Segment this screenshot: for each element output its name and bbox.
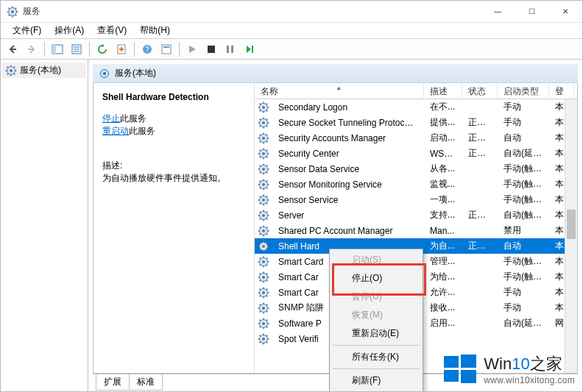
svg-rect-12 <box>10 49 16 50</box>
service-icon <box>258 210 269 221</box>
close-button[interactable]: ✕ <box>548 1 582 22</box>
cell-start: 自动 <box>498 132 549 144</box>
windows-logo-icon <box>442 352 478 387</box>
svg-text:?: ? <box>145 46 149 54</box>
properties-button[interactable] <box>68 41 85 57</box>
service-icon <box>258 271 269 283</box>
col-start[interactable]: 启动类型 <box>498 83 549 99</box>
maximize-button[interactable]: ☐ <box>515 1 548 22</box>
table-row[interactable]: Secure Socket Tunneling Protocol S...提供.… <box>255 115 577 130</box>
cell-start: 手动(触发... <box>498 271 549 283</box>
scroll-thumb[interactable] <box>567 210 576 239</box>
services-icon <box>99 68 110 79</box>
cell-name: Secure Socket Tunneling Protocol S... <box>272 118 424 128</box>
cell-name: Sensor Monitoring Service <box>272 179 424 190</box>
tab-standard[interactable]: 标准 <box>129 374 163 391</box>
menubar: 文件(F) 操作(A) 查看(V) 帮助(H) <box>1 23 582 39</box>
service-icon <box>258 256 269 268</box>
service-icon <box>258 318 269 329</box>
action-props-button[interactable] <box>158 41 175 57</box>
table-row[interactable]: Sensor Monitoring Service监视...手动(触发...本 <box>255 177 577 192</box>
toolbar-separator <box>179 42 180 57</box>
app-icon <box>7 6 18 18</box>
toolbar-separator <box>134 42 135 57</box>
service-info-panel: Shell Hardware Detection 停止此服务 重启动此服务 描述… <box>93 83 254 373</box>
col-desc[interactable]: 描述 <box>424 83 462 99</box>
description-text: 为自动播放硬件事件提供通知。 <box>102 172 245 185</box>
selected-service-name: Shell Hardware Detection <box>102 92 245 102</box>
cell-status: 正在... <box>462 147 498 160</box>
minimize-button[interactable]: — <box>481 1 515 22</box>
help-button[interactable]: ? <box>138 41 156 57</box>
titlebar: 服务 — ☐ ✕ <box>1 1 582 23</box>
tab-extended[interactable]: 扩展 <box>96 374 130 391</box>
vertical-scrollbar[interactable] <box>565 99 577 373</box>
table-row[interactable]: Server支持...正在...自动(触发...本 <box>255 207 577 223</box>
service-icon <box>258 302 269 314</box>
cell-desc: 管理... <box>424 255 462 268</box>
cell-start: 自动(延迟... <box>498 317 549 329</box>
pause-service-button[interactable] <box>222 41 239 57</box>
table-row[interactable]: Sensor Data Service从各...手动(触发...本 <box>255 161 577 177</box>
service-icon <box>258 194 269 206</box>
stop-service-link[interactable]: 停止 <box>102 113 120 124</box>
cell-name: Security Center <box>272 149 424 159</box>
svg-rect-26 <box>227 46 229 53</box>
export-list-button[interactable] <box>113 41 130 57</box>
table-row[interactable]: Secondary Logon在不...手动本 <box>255 99 577 115</box>
cell-name: Security Accounts Manager <box>272 133 424 143</box>
tree-root-item[interactable]: 服务(本地) <box>2 63 86 78</box>
svg-rect-28 <box>252 46 253 53</box>
cm-start: 启动(S) <box>331 251 421 269</box>
cell-desc: 启动... <box>424 132 462 144</box>
wm-url: www.win10xitong.com <box>484 375 575 385</box>
service-icon <box>258 179 269 190</box>
refresh-button[interactable] <box>93 41 111 57</box>
service-icon <box>258 163 269 175</box>
cell-desc: Man... <box>424 226 462 236</box>
show-hide-tree-button[interactable] <box>49 41 66 57</box>
service-icon <box>258 333 269 345</box>
svg-rect-31 <box>444 370 459 382</box>
start-service-button[interactable] <box>183 41 201 57</box>
stop-service-button[interactable] <box>202 41 220 57</box>
cell-start: 手动 <box>498 116 549 129</box>
wm-brand-b: 10 <box>512 354 529 373</box>
cm-restart[interactable]: 重新启动(E) <box>331 324 421 343</box>
cell-start: 手动(触发... <box>498 178 549 190</box>
restart-service-link[interactable]: 重启动 <box>102 126 129 136</box>
cell-start: 手动 <box>498 302 549 314</box>
watermark: Win10之家 www.win10xitong.com <box>442 352 575 387</box>
table-row[interactable]: Security Accounts Manager启动...正在...自动本 <box>255 130 577 146</box>
window-title: 服务 <box>23 5 40 18</box>
menu-file[interactable]: 文件(F) <box>7 23 47 38</box>
table-row[interactable]: Shared PC Account ManagerMan...禁用本 <box>255 223 577 238</box>
cm-stop[interactable]: 停止(O) <box>331 269 421 288</box>
svg-rect-13 <box>28 49 35 50</box>
col-status[interactable]: 状态 <box>462 83 498 99</box>
menu-help[interactable]: 帮助(H) <box>134 23 176 38</box>
restart-service-button[interactable] <box>241 41 258 57</box>
menu-view[interactable]: 查看(V) <box>91 23 132 38</box>
col-name[interactable]: 名称 ▴ <box>255 83 424 99</box>
cell-desc: WSC... <box>424 149 462 159</box>
table-row[interactable]: Sensor Service一项...手动(触发...本 <box>255 192 577 207</box>
nav-back-button[interactable] <box>4 41 21 57</box>
stop-suffix: 此服务 <box>120 113 146 124</box>
svg-rect-29 <box>444 356 459 368</box>
cm-all-tasks[interactable]: 所有任务(K) <box>331 348 421 366</box>
service-icon <box>258 225 269 237</box>
cm-refresh[interactable]: 刷新(F) <box>331 371 421 390</box>
service-icon <box>258 132 269 144</box>
cell-status: 正在... <box>462 209 498 221</box>
nav-forward-button[interactable] <box>23 41 40 57</box>
cell-desc: 启用... <box>424 317 462 329</box>
cm-separator <box>333 368 420 369</box>
cell-status: 正在... <box>462 116 498 129</box>
tree-root-label: 服务(本地) <box>20 64 61 76</box>
menu-action[interactable]: 操作(A) <box>49 23 90 38</box>
svg-rect-25 <box>208 46 215 53</box>
col-logon[interactable]: 登 <box>549 83 574 99</box>
cell-start: 手动(触发... <box>498 163 549 175</box>
table-row[interactable]: Security CenterWSC...正在...自动(延迟...本 <box>255 146 577 161</box>
